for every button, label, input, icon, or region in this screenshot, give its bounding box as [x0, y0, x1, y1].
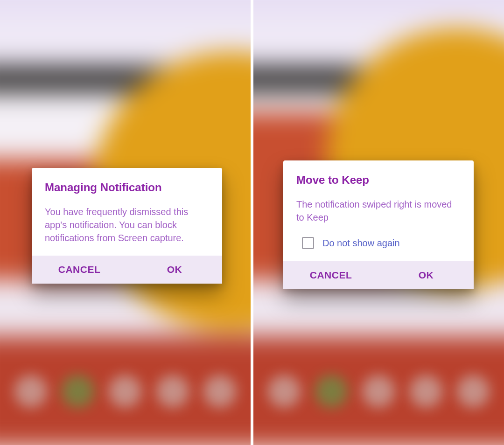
- checkbox-label[interactable]: Do not show again: [322, 238, 400, 249]
- ok-button[interactable]: OK: [127, 256, 222, 284]
- dock-row: [253, 375, 504, 408]
- checkbox-row: Do not show again: [283, 235, 474, 261]
- dialog-button-row: CANCEL OK: [32, 256, 222, 284]
- cancel-button[interactable]: CANCEL: [283, 261, 378, 289]
- dock-row: [0, 375, 251, 408]
- screenshot-left: Managing Notification You have frequentl…: [0, 0, 251, 445]
- stage: Managing Notification You have frequentl…: [0, 0, 504, 445]
- do-not-show-again-checkbox[interactable]: [302, 237, 314, 249]
- cancel-button[interactable]: CANCEL: [32, 256, 127, 284]
- dialog-button-row: CANCEL OK: [283, 261, 474, 289]
- dialog-title: Move to Keep: [283, 160, 474, 195]
- dialog-move-to-keep: Move to Keep The notification swiped rig…: [283, 160, 474, 289]
- dialog-body: The notification swiped right is moved t…: [283, 195, 474, 235]
- ok-button[interactable]: OK: [378, 261, 474, 289]
- screenshot-right: Move to Keep The notification swiped rig…: [253, 0, 504, 445]
- dialog-managing-notification: Managing Notification You have frequentl…: [32, 168, 222, 284]
- dialog-body: You have frequently dismissed this app's…: [32, 202, 222, 256]
- dialog-title: Managing Notification: [32, 168, 222, 202]
